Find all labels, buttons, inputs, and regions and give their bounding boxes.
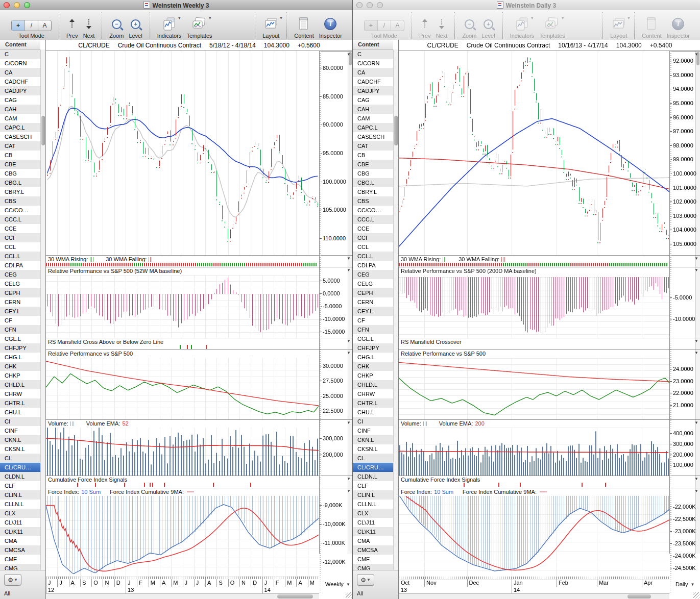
- symbol-list-item[interactable]: CI: [0, 417, 40, 426]
- symbol-list-item[interactable]: CHG.L: [0, 353, 40, 362]
- symbol-list-item[interactable]: CDI.PA: [353, 261, 393, 270]
- window-resize-grip[interactable]: [693, 592, 699, 598]
- symbol-list-item[interactable]: CHKP: [353, 371, 393, 380]
- symbol-list-item[interactable]: C/CORN: [353, 59, 393, 68]
- volume-panel[interactable]: Volume: Volume EMA:200: [399, 419, 700, 476]
- symbol-list-item[interactable]: CBG: [353, 169, 393, 178]
- symbol-list-item[interactable]: CELG: [0, 279, 40, 288]
- symbol-list-item[interactable]: CB: [0, 151, 40, 160]
- symbol-list-item[interactable]: CCL.L: [0, 252, 40, 261]
- symbol-list-item[interactable]: CLF: [0, 481, 40, 490]
- symbol-list-item[interactable]: CCI: [353, 233, 393, 242]
- symbol-list-item[interactable]: CB: [353, 151, 393, 160]
- symbol-list-item[interactable]: CLX: [0, 509, 40, 518]
- period-dropdown[interactable]: Daily▼: [675, 581, 694, 587]
- next-button[interactable]: Next: [436, 12, 448, 39]
- panel-collapse-button[interactable]: ▼: [347, 351, 351, 355]
- symbol-list-item[interactable]: CHRW: [0, 389, 40, 398]
- text-tool-button[interactable]: A: [391, 20, 404, 31]
- mansfield-signal-panel[interactable]: RS Mansfield Crossover: [399, 338, 700, 350]
- sidebar-scrollbar[interactable]: [40, 49, 45, 570]
- symbol-list-item[interactable]: CERN: [353, 297, 393, 307]
- symbol-list-item[interactable]: CGL.L: [0, 334, 40, 343]
- zoom-level-button[interactable]: + Level: [129, 12, 142, 39]
- symbol-list-item[interactable]: CLF: [353, 481, 393, 490]
- symbol-list-item[interactable]: CME: [353, 555, 393, 564]
- symbol-list-item[interactable]: CBG: [0, 169, 40, 178]
- symbol-list-item[interactable]: CAT: [0, 141, 40, 151]
- symbol-list-item[interactable]: CCL: [353, 242, 393, 252]
- crosshair-tool-button[interactable]: +: [365, 20, 378, 31]
- symbol-list-item[interactable]: CMCSA: [353, 545, 393, 555]
- wma-signal-panel[interactable]: 30 WMA Rising: 30 WMA Falling:: [46, 255, 352, 267]
- symbol-list-item[interactable]: CA: [0, 68, 40, 77]
- sidebar-scroll-thumb[interactable]: [394, 116, 398, 145]
- symbol-list-item[interactable]: CERN: [0, 297, 40, 307]
- symbol-list-item[interactable]: CL: [0, 454, 40, 463]
- symbol-list-item[interactable]: C: [353, 49, 393, 59]
- symbol-list-item[interactable]: CLDN.L: [353, 472, 393, 481]
- symbol-list-item[interactable]: CLLN.L: [353, 500, 393, 509]
- symbol-list-item[interactable]: CHFJPY: [353, 343, 393, 353]
- symbol-list-item[interactable]: CCL: [0, 242, 40, 252]
- symbol-list-item[interactable]: CHKP: [0, 371, 40, 380]
- symbol-list-item[interactable]: CMA: [0, 536, 40, 545]
- templates-button[interactable]: ▾ Templates: [186, 12, 212, 39]
- inspector-button[interactable]: i Inspector: [667, 12, 690, 39]
- symbol-list-item[interactable]: CEG: [353, 270, 393, 279]
- panel-collapse-button[interactable]: ▼: [694, 489, 698, 493]
- symbol-list-item[interactable]: CBS: [0, 196, 40, 206]
- sidebar-scroll-thumb[interactable]: [41, 116, 45, 145]
- symbol-list-item[interactable]: CAM: [0, 114, 40, 123]
- symbol-list-item[interactable]: CADCHF: [353, 77, 393, 86]
- symbol-list-item[interactable]: CBG.L: [353, 178, 393, 187]
- symbol-list-item[interactable]: CINF: [0, 426, 40, 435]
- panel-collapse-button[interactable]: ▼: [347, 339, 351, 343]
- price-chart-canvas[interactable]: [46, 51, 319, 255]
- content-button[interactable]: Content: [642, 12, 662, 39]
- force-index-panel[interactable]: Force Index:10 Sum Force Index Cumulativ…: [46, 488, 352, 579]
- action-gear-button[interactable]: ⚙▼: [357, 574, 374, 586]
- force-chart-canvas[interactable]: [399, 496, 669, 580]
- symbol-list-item[interactable]: CGL.L: [353, 334, 393, 343]
- rp1-chart-canvas[interactable]: [46, 275, 319, 338]
- volume-chart-canvas[interactable]: [399, 428, 669, 476]
- symbol-list-item[interactable]: CEG: [0, 270, 40, 279]
- mansfield-signal-panel[interactable]: RS Mansfield Cross Above or Below Zero L…: [46, 338, 352, 350]
- symbol-list-item[interactable]: CAH: [0, 105, 40, 114]
- cumulative-force-signal-panel[interactable]: Cumulative Force Index Signals: [399, 476, 700, 488]
- symbol-list-item[interactable]: CL\K11: [353, 527, 393, 536]
- symbol-list-item[interactable]: CMA: [353, 536, 393, 545]
- symbol-list-item[interactable]: CLIN.L: [0, 490, 40, 500]
- symbol-list-item[interactable]: CDI.PA: [0, 261, 40, 270]
- symbol-list-item[interactable]: CMCSA: [0, 545, 40, 555]
- relative-performance-baseline-panel[interactable]: Relative Performance vs S&P 500 (52W MA …: [46, 267, 352, 338]
- symbol-list-item[interactable]: CFN: [353, 325, 393, 334]
- symbol-list-item[interactable]: CEPH: [0, 288, 40, 297]
- symbol-list-item[interactable]: CCC.L: [353, 215, 393, 224]
- symbol-list-item[interactable]: CCI: [0, 233, 40, 242]
- prev-button[interactable]: Prev: [419, 12, 431, 39]
- relative-performance-baseline-panel[interactable]: Relative Performance vs S&P 500 (200D MA…: [399, 267, 700, 338]
- panel-collapse-button[interactable]: ▼: [347, 52, 351, 57]
- inspector-button[interactable]: i Inspector: [319, 12, 342, 39]
- symbol-list-item[interactable]: CA: [353, 68, 393, 77]
- panel-collapse-button[interactable]: ▼: [347, 489, 351, 493]
- symbol-list-item[interactable]: CC/CO…: [353, 206, 393, 215]
- tool-mode-segmented[interactable]: + / A: [364, 20, 404, 31]
- zoom-out-button[interactable]: − Zoom: [109, 12, 124, 39]
- symbol-list-item[interactable]: CFN: [0, 325, 40, 334]
- rp2-chart-canvas[interactable]: [399, 358, 669, 420]
- content-button[interactable]: Content: [294, 12, 314, 39]
- panel-collapse-button[interactable]: ▼: [694, 52, 698, 57]
- force-chart-canvas[interactable]: [46, 496, 319, 580]
- sidebar-header[interactable]: Content: [0, 40, 40, 49]
- symbol-list-item[interactable]: CKN.L: [0, 435, 40, 444]
- force-index-panel[interactable]: Force Index:10 Sum Force Index Cumulativ…: [399, 488, 700, 579]
- zoom-level-button[interactable]: + Level: [481, 12, 495, 39]
- relative-performance-panel[interactable]: Relative Performance vs S&P 500: [399, 350, 700, 419]
- window-titlebar[interactable]: Weinstein Daily 3: [353, 0, 700, 11]
- symbol-list-item[interactable]: CCL.L: [353, 252, 393, 261]
- symbol-list-item[interactable]: CHTR.L: [353, 398, 393, 408]
- action-gear-button[interactable]: ⚙▼: [4, 574, 21, 586]
